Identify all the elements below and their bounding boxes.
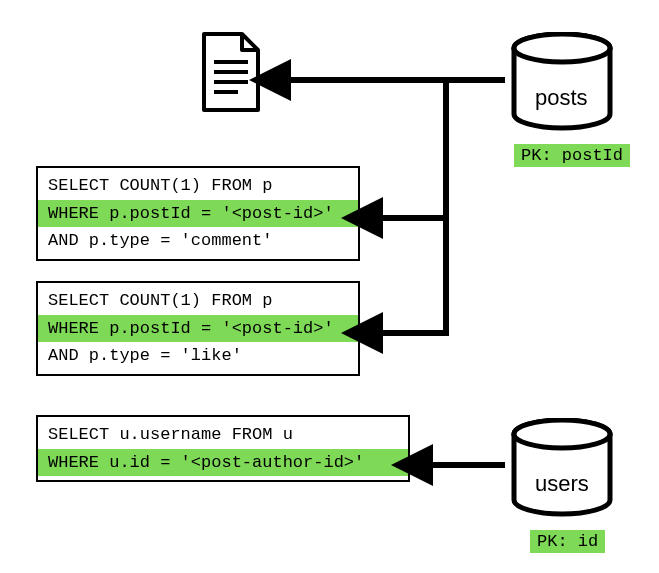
database-users bbox=[508, 418, 616, 518]
query-line-highlighted: WHERE u.id = '<post-author-id>' bbox=[38, 449, 408, 477]
svg-point-5 bbox=[514, 34, 610, 62]
database-posts-label: posts bbox=[535, 85, 588, 111]
query-line: SELECT COUNT(1) FROM p bbox=[38, 172, 358, 200]
database-posts-pk: PK: postId bbox=[514, 144, 630, 167]
query-line: AND p.type = 'like' bbox=[38, 342, 358, 370]
svg-point-7 bbox=[514, 420, 610, 448]
query-line: AND p.type = 'comment' bbox=[38, 227, 358, 255]
document-icon bbox=[198, 30, 266, 119]
query-box-username: SELECT u.username FROM u WHERE u.id = '<… bbox=[36, 415, 410, 482]
diagram-canvas: posts PK: postId users PK: id SELECT COU… bbox=[0, 0, 659, 573]
query-box-likes: SELECT COUNT(1) FROM p WHERE p.postId = … bbox=[36, 281, 360, 376]
query-line: SELECT COUNT(1) FROM p bbox=[38, 287, 358, 315]
database-users-label: users bbox=[535, 471, 589, 497]
database-users-pk: PK: id bbox=[530, 530, 605, 553]
query-line-highlighted: WHERE p.postId = '<post-id>' bbox=[38, 200, 358, 228]
query-box-comments: SELECT COUNT(1) FROM p WHERE p.postId = … bbox=[36, 166, 360, 261]
query-line: SELECT u.username FROM u bbox=[38, 421, 408, 449]
query-line-highlighted: WHERE p.postId = '<post-id>' bbox=[38, 315, 358, 343]
database-posts bbox=[508, 32, 616, 132]
